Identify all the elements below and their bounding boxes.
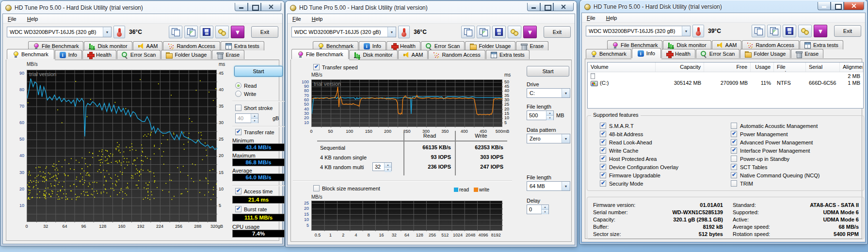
tab-health[interactable]: Health [386,41,420,50]
volume-row[interactable]: (C:)305142 MB270909 MB11%NTFS666D-6C561 … [588,79,863,87]
minimize-button[interactable] [235,3,248,11]
tab-extra-tests[interactable]: Extra tests [221,41,264,50]
tab-error-scan[interactable]: Error Scan [117,50,161,59]
menu-help[interactable]: Help [310,16,324,22]
tab-info[interactable]: Info [632,48,661,58]
start-button[interactable]: Start [527,66,569,77]
data-pattern-select[interactable]: Zero ▼ [527,134,570,143]
tab-random-access[interactable]: Random Access [428,50,485,59]
feature-checkbox[interactable] [731,180,737,187]
options-button[interactable] [508,26,521,38]
titlebar[interactable]: HD Tune Pro 5.00 - Hard Disk Utility (tr… [1,1,284,13]
close-button[interactable] [844,2,864,10]
feature-checkbox[interactable] [600,164,606,170]
maximize-button[interactable] [248,3,261,11]
temperature-button[interactable] [692,25,704,37]
chevron-down-icon[interactable]: ▼ [682,26,690,36]
tab-health[interactable]: Health [661,49,695,58]
exit-button[interactable]: Exit [251,26,278,38]
copy-text-button[interactable] [169,26,182,38]
feature-checkbox[interactable] [731,164,737,170]
read-radio[interactable] [235,82,241,89]
file-length-spinner[interactable]: 500 ▲▼ [527,110,554,120]
feature-checkbox[interactable] [731,147,737,154]
tab-erase[interactable]: Erase [212,50,244,59]
save-button[interactable] [783,25,796,37]
chevron-down-icon[interactable]: ▼ [562,182,570,190]
maximize-button[interactable] [831,2,844,10]
minimize-button[interactable] [818,2,831,10]
tab-disk-monitor[interactable]: Disk monitor [84,41,132,50]
write-radio[interactable] [235,91,241,97]
titlebar[interactable]: HD Tune Pro 5.00 - Hard Disk Utility (tr… [286,1,577,13]
feature-checkbox[interactable] [600,131,606,137]
menu-file[interactable]: File [6,16,18,22]
feature-checkbox[interactable] [600,156,606,162]
volume-row[interactable]: 2 MB [588,72,863,79]
tab-benchmark[interactable]: Benchmark [7,49,54,59]
block-size-checkbox[interactable] [313,185,320,191]
feature-checkbox[interactable] [600,147,606,154]
queue-depth-spinner[interactable]: 32 ▲▼ [372,162,392,171]
copy-text-button[interactable] [461,26,475,38]
tab-info[interactable]: Info [359,41,386,50]
tab-erase[interactable]: Erase [516,41,548,50]
tab-health[interactable]: Health [82,50,116,59]
menu-file[interactable]: File [291,16,303,22]
short-stroke-checkbox[interactable] [235,105,241,111]
options-button[interactable] [215,26,229,38]
options-button[interactable] [798,25,812,37]
column-header-alignment[interactable]: Alignment [840,63,863,72]
drive-select[interactable]: WDC WD3200BPVT-16JJ5 (320 gB) ▼ [7,27,112,37]
feature-checkbox[interactable] [600,139,606,145]
save-button[interactable] [200,26,213,38]
tab-folder-usage[interactable]: Folder Usage [161,50,211,59]
copy-image-button[interactable] [184,26,198,38]
tab-extra-tests[interactable]: Extra tests [800,40,843,49]
chevron-down-icon[interactable]: ▼ [562,89,570,97]
transfer-speed-checkbox[interactable] [313,64,320,70]
copy-text-button[interactable] [752,25,765,37]
tab-folder-usage[interactable]: Folder Usage [740,49,790,58]
start-button[interactable]: Start [234,66,283,77]
short-stroke-size-spinner[interactable]: 40 ▲▼ [235,113,258,123]
update-button[interactable]: ▼ [814,25,827,37]
save-button[interactable] [492,26,506,38]
transfer-rate-checkbox[interactable] [235,129,241,135]
column-header-capacity[interactable]: Capacity [656,63,704,72]
temperature-button[interactable] [113,26,125,38]
close-button[interactable] [261,3,281,11]
target-drive-select[interactable]: C: ▼ [527,88,570,98]
access-time-checkbox[interactable] [235,188,241,194]
menu-help[interactable]: Help [26,16,40,22]
drive-select[interactable]: WDC WD3200BPVT-16JJ5 (320 gB) ▼ [586,26,691,36]
tab-error-scan[interactable]: Error Scan [696,49,740,58]
column-header-free[interactable]: Free [704,63,751,72]
tab-error-scan[interactable]: Error Scan [421,41,465,50]
close-button[interactable] [553,3,574,11]
tab-random-access[interactable]: Random Access [163,41,220,50]
menu-help[interactable]: Help [605,15,619,21]
drive-select[interactable]: WDC WD3200BPVT-16JJ5 (320 gB) ▼ [291,27,396,37]
burst-rate-checkbox[interactable] [235,206,241,212]
feature-checkbox[interactable] [600,172,606,178]
exit-button[interactable]: Exit [834,25,861,37]
copy-image-button[interactable] [767,25,781,37]
titlebar[interactable]: HD Tune Pro 5.00 - Hard Disk Utility (tr… [580,0,867,12]
block-file-length-select[interactable]: 64 MB ▼ [527,181,570,191]
tab-info[interactable]: Info [55,50,82,59]
tab-file-benchmark[interactable]: File Benchmark [291,49,349,59]
temperature-button[interactable] [398,26,410,38]
update-button[interactable]: ▼ [523,26,537,38]
tab-aam[interactable]: AAM [712,40,742,49]
minimize-button[interactable] [527,3,540,11]
exit-button[interactable]: Exit [544,26,571,38]
feature-checkbox[interactable] [731,156,737,162]
column-header-volume[interactable]: Volume [588,63,656,72]
feature-checkbox[interactable] [731,172,737,178]
chevron-down-icon[interactable]: ▼ [562,134,570,143]
tab-folder-usage[interactable]: Folder Usage [465,41,515,50]
tab-benchmark[interactable]: Benchmark [586,49,631,58]
feature-checkbox[interactable] [731,131,737,137]
tab-disk-monitor[interactable]: Disk monitor [349,50,397,59]
